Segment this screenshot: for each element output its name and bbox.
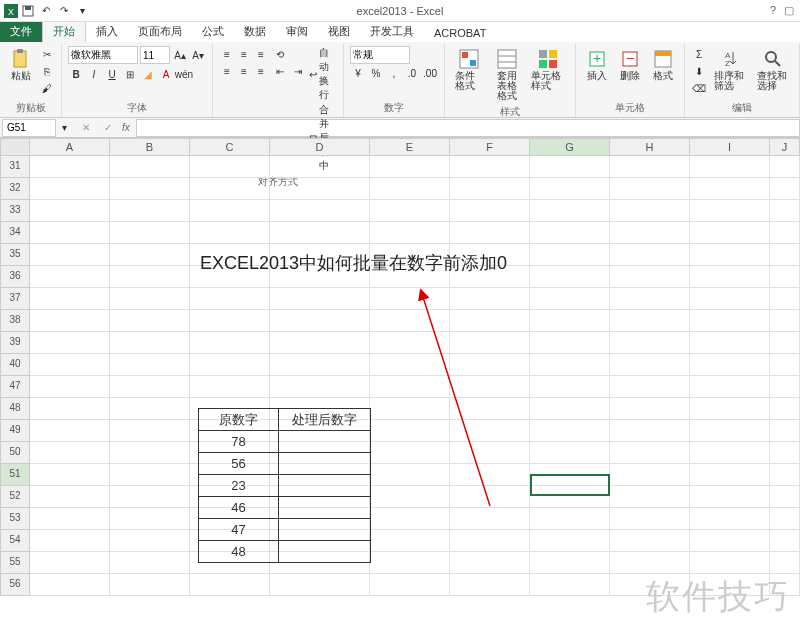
- cell[interactable]: [690, 310, 770, 332]
- format-cells-button[interactable]: 格式: [648, 46, 678, 83]
- cell[interactable]: [370, 574, 450, 596]
- outdent-icon[interactable]: ⇤: [272, 63, 288, 79]
- insert-cells-button[interactable]: +插入: [582, 46, 612, 83]
- qat-more-icon[interactable]: ▾: [74, 3, 90, 19]
- fill-icon[interactable]: ⬇: [691, 63, 707, 79]
- cell[interactable]: [190, 354, 270, 376]
- cell[interactable]: [610, 376, 690, 398]
- cell[interactable]: [610, 354, 690, 376]
- tab-acrobat[interactable]: ACROBAT: [424, 24, 496, 42]
- cell[interactable]: [270, 222, 370, 244]
- cell[interactable]: [530, 288, 610, 310]
- cell[interactable]: [690, 156, 770, 178]
- cell[interactable]: [690, 486, 770, 508]
- copy-icon[interactable]: ⎘: [39, 63, 55, 79]
- row-header-32[interactable]: 32: [0, 178, 30, 200]
- row-header-35[interactable]: 35: [0, 244, 30, 266]
- cell[interactable]: [610, 266, 690, 288]
- cell[interactable]: [770, 200, 800, 222]
- cell[interactable]: [370, 354, 450, 376]
- cell[interactable]: [770, 354, 800, 376]
- clear-icon[interactable]: ⌫: [691, 80, 707, 96]
- delete-cells-button[interactable]: −删除: [615, 46, 645, 83]
- tab-dev[interactable]: 开发工具: [360, 21, 424, 42]
- cell[interactable]: [770, 266, 800, 288]
- cell[interactable]: [530, 200, 610, 222]
- tab-data[interactable]: 数据: [234, 21, 276, 42]
- namebox-dropdown-icon[interactable]: ▾: [56, 120, 72, 136]
- cell[interactable]: [190, 574, 270, 596]
- cell[interactable]: [30, 464, 110, 486]
- cell[interactable]: [30, 178, 110, 200]
- cell[interactable]: [370, 332, 450, 354]
- align-left-icon[interactable]: ≡: [219, 63, 235, 79]
- cell[interactable]: [30, 420, 110, 442]
- cell[interactable]: [690, 464, 770, 486]
- row-header-48[interactable]: 48: [0, 398, 30, 420]
- cell[interactable]: [530, 398, 610, 420]
- enter-icon[interactable]: ✓: [100, 120, 116, 136]
- cell[interactable]: [270, 178, 370, 200]
- cell[interactable]: [110, 288, 190, 310]
- cell[interactable]: [370, 376, 450, 398]
- cell[interactable]: [450, 178, 530, 200]
- cell[interactable]: [110, 486, 190, 508]
- cell[interactable]: [190, 200, 270, 222]
- row-header-33[interactable]: 33: [0, 200, 30, 222]
- cell[interactable]: [610, 486, 690, 508]
- phonetic-icon[interactable]: wén: [176, 66, 192, 82]
- cell[interactable]: [690, 420, 770, 442]
- cell[interactable]: [110, 398, 190, 420]
- table-header-processed[interactable]: 处理后数字: [279, 409, 371, 431]
- cell[interactable]: [530, 530, 610, 552]
- cell[interactable]: [770, 486, 800, 508]
- cell[interactable]: [370, 156, 450, 178]
- cell[interactable]: [690, 552, 770, 574]
- cell[interactable]: [530, 508, 610, 530]
- cell[interactable]: [530, 442, 610, 464]
- cell[interactable]: [190, 222, 270, 244]
- col-header-D[interactable]: D: [270, 138, 370, 156]
- cell[interactable]: [690, 222, 770, 244]
- tab-layout[interactable]: 页面布局: [128, 21, 192, 42]
- cell[interactable]: [450, 222, 530, 244]
- tab-formulas[interactable]: 公式: [192, 21, 234, 42]
- cell[interactable]: [450, 310, 530, 332]
- tab-file[interactable]: 文件: [0, 21, 42, 42]
- cell[interactable]: [450, 486, 530, 508]
- cell[interactable]: [190, 376, 270, 398]
- cell[interactable]: [770, 244, 800, 266]
- cell[interactable]: [450, 574, 530, 596]
- cell[interactable]: [370, 222, 450, 244]
- cell[interactable]: [770, 178, 800, 200]
- cell[interactable]: [110, 200, 190, 222]
- cell[interactable]: [370, 200, 450, 222]
- cell[interactable]: [30, 398, 110, 420]
- cell[interactable]: [270, 332, 370, 354]
- cell[interactable]: [530, 266, 610, 288]
- cell[interactable]: [370, 398, 450, 420]
- cell[interactable]: [370, 530, 450, 552]
- cell[interactable]: [450, 200, 530, 222]
- cell[interactable]: [450, 508, 530, 530]
- cell[interactable]: [30, 354, 110, 376]
- cancel-icon[interactable]: ✕: [78, 120, 94, 136]
- cell-styles-button[interactable]: 单元格样式: [527, 46, 569, 93]
- cell[interactable]: [190, 310, 270, 332]
- cell[interactable]: [110, 442, 190, 464]
- cell[interactable]: [270, 574, 370, 596]
- cell[interactable]: [110, 310, 190, 332]
- inc-decimal-icon[interactable]: .0: [404, 65, 420, 81]
- cell[interactable]: [270, 200, 370, 222]
- grow-font-icon[interactable]: A▴: [172, 47, 188, 63]
- cell[interactable]: [530, 376, 610, 398]
- cell[interactable]: [770, 442, 800, 464]
- name-box[interactable]: [2, 119, 56, 137]
- cell[interactable]: [190, 156, 270, 178]
- row-header-49[interactable]: 49: [0, 420, 30, 442]
- cell[interactable]: [770, 310, 800, 332]
- cell[interactable]: [770, 376, 800, 398]
- cell[interactable]: [110, 354, 190, 376]
- cell[interactable]: [450, 420, 530, 442]
- row-header-37[interactable]: 37: [0, 288, 30, 310]
